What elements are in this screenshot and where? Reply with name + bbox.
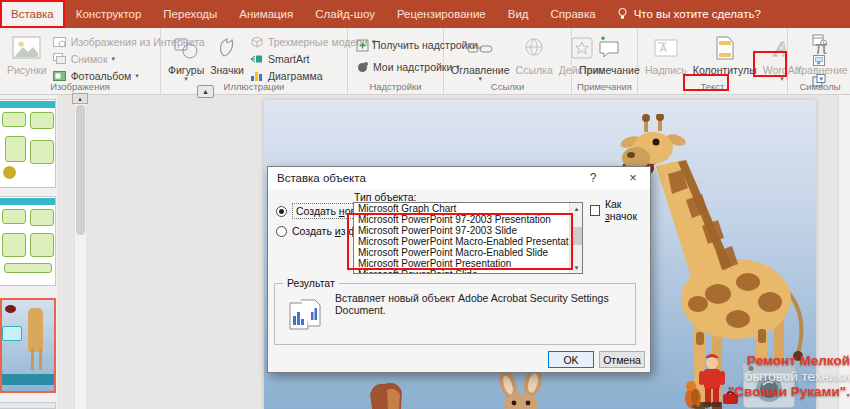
shapes-icon xyxy=(171,34,201,62)
textbox-button[interactable]: A Надпись xyxy=(643,32,689,78)
dialog-close-button[interactable]: × xyxy=(618,167,648,188)
smartart-icon xyxy=(250,52,264,65)
list-item[interactable]: Microsoft PowerPoint 97-2003 Presentatio… xyxy=(354,214,582,225)
textbox-label: Надпись xyxy=(645,64,687,76)
screenshot-dropdown-icon: ▾ xyxy=(112,55,116,63)
icons-label: Значки xyxy=(210,64,244,76)
header-footer-button[interactable]: Колонтитулы xyxy=(691,32,759,78)
toc-button[interactable]: Оглавление ▾ xyxy=(449,32,512,84)
header-footer-label: Колонтитулы xyxy=(693,64,757,76)
get-addins-icon xyxy=(355,39,369,52)
tab-animations[interactable]: Анимация xyxy=(228,0,304,28)
svg-text:A: A xyxy=(660,43,667,54)
listbox-scrollbar[interactable]: ▲ ▼ xyxy=(569,203,582,273)
list-item[interactable]: Microsoft PowerPoint Macro-Enabled Slide xyxy=(354,247,582,258)
comment-label: Примечание xyxy=(579,64,640,76)
equation-button[interactable]: π Уравнение ▾ xyxy=(793,32,850,84)
tab-view[interactable]: Вид xyxy=(497,0,540,28)
group-label-text: Текст xyxy=(638,81,787,92)
tab-slideshow[interactable]: Слайд-шоу xyxy=(304,0,386,28)
ribbon-group-images: Рисунки Изображения из Интернета Снимок … xyxy=(0,28,161,94)
my-addins-label: Мои надстройки xyxy=(373,61,452,73)
tell-me-label: Что вы хотите сделать? xyxy=(634,8,761,20)
icons-button[interactable]: Значки xyxy=(208,32,246,78)
slide-thumbnail-4[interactable] xyxy=(0,402,56,409)
ribbon-group-comments: Примечание Примечания xyxy=(572,28,638,94)
slide-thumbnail-panel xyxy=(0,95,57,409)
tab-review[interactable]: Рецензирование xyxy=(386,0,497,28)
result-label: Результат xyxy=(283,277,339,289)
shapes-button[interactable]: Фигуры ▾ xyxy=(166,32,206,84)
cancel-button[interactable]: Отмена xyxy=(599,351,645,368)
group-label-addins: Надстройки xyxy=(348,81,443,92)
ribbon: Рисунки Изображения из Интернета Снимок … xyxy=(0,28,850,95)
chart-label: Диаграмма xyxy=(268,70,323,82)
list-item[interactable]: Microsoft Graph Chart xyxy=(354,203,582,214)
ribbon-group-links: Оглавление ▾ Ссылка Действие Ссылки xyxy=(444,28,572,94)
hare-image xyxy=(480,368,565,409)
textbox-icon: A xyxy=(651,34,681,62)
thumbnail-scrollbar-thumb[interactable] xyxy=(76,105,85,235)
tell-me-search[interactable]: Что вы хотите сделать? xyxy=(607,0,771,28)
small-animal-image xyxy=(368,376,404,409)
online-pictures-icon xyxy=(53,35,67,48)
3d-models-icon xyxy=(250,35,264,48)
main-scrollbar-strip[interactable] xyxy=(838,95,850,409)
as-icon-checkbox[interactable]: Как значок xyxy=(590,198,650,222)
thumb1-flower xyxy=(3,166,16,179)
group-label-images: Изображения xyxy=(0,81,160,92)
thumb1-title-bar xyxy=(0,101,55,108)
pictures-button[interactable]: Рисунки xyxy=(5,32,49,78)
header-footer-icon xyxy=(710,34,740,62)
ok-button[interactable]: OK xyxy=(548,351,594,368)
ribbon-group-text: A Надпись Колонтитулы A WordArt ▾ # xyxy=(638,28,788,94)
pictures-icon xyxy=(12,34,42,62)
tab-insert[interactable]: Вставка xyxy=(0,0,65,28)
thumb3-giraffe xyxy=(28,308,43,352)
group-label-illustrations: Иллюстрации xyxy=(161,81,347,92)
list-item[interactable]: Microsoft PowerPoint 97-2003 Slide xyxy=(354,225,582,236)
group-label-links: Ссылки xyxy=(444,81,571,92)
dialog-help-button[interactable]: ? xyxy=(578,167,608,188)
radio-create-new-dot xyxy=(276,206,287,217)
group-label-comments: Примечания xyxy=(572,81,637,92)
tab-design[interactable]: Конструктор xyxy=(65,0,153,28)
result-groupbox: Результат Вставляет новый объект Adobe A… xyxy=(274,283,636,345)
washing-machine-image xyxy=(737,360,801,409)
object-type-listbox[interactable]: Microsoft Graph Chart Microsoft PowerPoi… xyxy=(353,202,583,274)
link-button[interactable]: Ссылка xyxy=(514,32,555,78)
listbox-scrollbar-thumb[interactable] xyxy=(571,227,582,245)
listbox-scroll-up-icon[interactable]: ▲ xyxy=(570,203,583,214)
tab-help[interactable]: Справка xyxy=(540,0,607,28)
screenshot-label: Снимок xyxy=(71,53,108,65)
svg-text:A: A xyxy=(772,36,788,60)
tab-transitions[interactable]: Переходы xyxy=(152,0,228,28)
scroll-up-button[interactable]: ▲ xyxy=(197,85,214,98)
comment-icon xyxy=(594,34,624,62)
toc-icon xyxy=(465,34,495,62)
thumb3-label-box xyxy=(2,326,22,341)
lightbulb-icon xyxy=(617,7,628,22)
thumb3-bottom-bar xyxy=(2,374,54,385)
slide-thumbnail-2[interactable] xyxy=(0,196,56,286)
slide-thumbnail-3-selected[interactable] xyxy=(0,298,56,393)
ribbon-group-illustrations: Фигуры ▾ Значки Трехмерные модели ▾ Smar… xyxy=(161,28,348,94)
comment-button[interactable]: Примечание xyxy=(577,32,642,78)
thumbnail-scroll-up-button[interactable]: ▲ xyxy=(72,93,88,104)
slide-thumbnail-1[interactable] xyxy=(0,99,56,188)
list-item[interactable]: Microsoft PowerPoint Presentation xyxy=(354,258,582,269)
link-icon xyxy=(519,34,549,62)
list-item[interactable]: Microsoft PowerPoint Macro-Enabled Prese… xyxy=(354,236,582,247)
ribbon-group-addins: Получить надстройки Мои надстройки ▾ Над… xyxy=(348,28,444,94)
as-icon-checkbox-box xyxy=(590,205,600,216)
listbox-scroll-down-icon[interactable]: ▼ xyxy=(570,262,583,273)
thumbnail-panel-scrollbar[interactable] xyxy=(74,95,87,409)
insert-object-dialog: Вставка объекта ? × Тип объекта: Создать… xyxy=(267,166,651,373)
result-document-icon xyxy=(287,298,325,336)
result-text: Вставляет новый объект Adobe Acrobat Sec… xyxy=(335,292,629,316)
as-icon-label: Как значок xyxy=(605,198,650,222)
icons-icon xyxy=(212,34,242,62)
repairman-image xyxy=(690,350,742,409)
pictures-label: Рисунки xyxy=(7,64,47,76)
list-item[interactable]: Microsoft PowerPoint Slide xyxy=(354,269,582,274)
